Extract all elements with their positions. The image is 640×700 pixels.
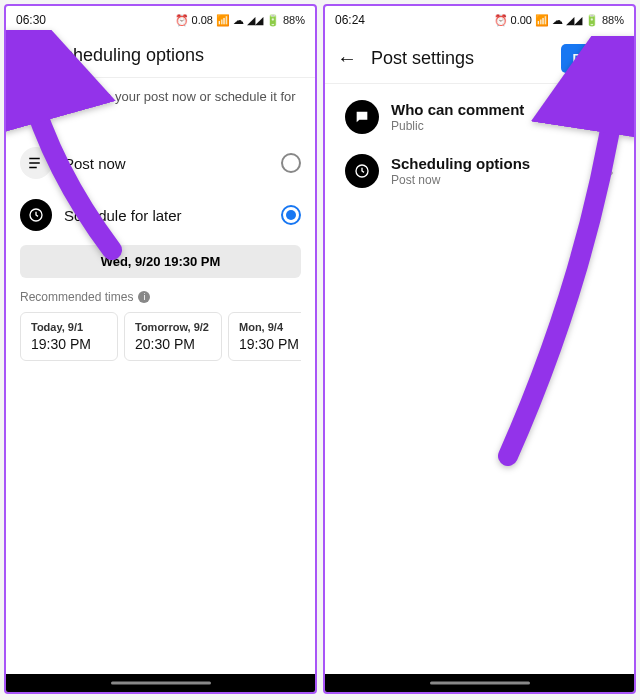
vowifi-icon: ☁ — [233, 14, 244, 27]
status-time: 06:24 — [335, 13, 365, 27]
battery-icon: 🔋 — [585, 14, 599, 27]
battery-pct: 88% — [283, 14, 305, 26]
recommended-times-row: Today, 9/1 19:30 PM Tomorrow, 9/2 20:30 … — [20, 312, 301, 361]
recommended-header: Recommended times i — [20, 290, 301, 304]
recommended-card[interactable]: Mon, 9/4 19:30 PM — [228, 312, 301, 361]
alarm-icon: ⏰ — [494, 14, 508, 27]
option-post-now[interactable]: Post now — [20, 137, 301, 189]
setting-scheduling-options[interactable]: Scheduling options Post now › — [339, 144, 620, 198]
recommended-card[interactable]: Today, 9/1 19:30 PM — [20, 312, 118, 361]
rec-day: Tomorrow, 9/2 — [135, 321, 211, 333]
rec-time: 20:30 PM — [135, 336, 211, 352]
status-time: 06:30 — [16, 13, 46, 27]
schedule-later-label: Schedule for later — [64, 207, 269, 224]
back-button[interactable]: ← — [18, 44, 38, 67]
phone-right: 06:24 ⏰ 0.00 📶 ☁ ◢◢ 🔋 88% ← Post setting… — [323, 4, 636, 694]
nav-bar — [325, 674, 634, 692]
phone-left: 06:30 ⏰ 0.08 📶 ☁ ◢◢ 🔋 88% ← Scheduling o… — [4, 4, 317, 694]
status-bar: 06:30 ⏰ 0.08 📶 ☁ ◢◢ 🔋 88% — [6, 6, 315, 34]
setting-title: Who can comment — [391, 101, 595, 118]
battery-pct: 88% — [602, 14, 624, 26]
chevron-right-icon: › — [607, 160, 614, 183]
status-icons: ⏰ 0.08 📶 ☁ ◢◢ 🔋 88% — [175, 14, 305, 27]
content-area: Who can comment Public › Scheduling opti… — [325, 84, 634, 692]
rec-day: Today, 9/1 — [31, 321, 107, 333]
status-bar: 06:24 ⏰ 0.00 📶 ☁ ◢◢ 🔋 88% — [325, 6, 634, 34]
wifi-icon: 📶 — [216, 14, 230, 27]
radio-selected[interactable] — [281, 205, 301, 225]
data-rate: 0.08 — [192, 14, 213, 26]
chevron-right-icon: › — [607, 106, 614, 129]
signal-icon: ◢◢ — [566, 14, 582, 27]
comment-icon — [345, 100, 379, 134]
scheduled-datetime[interactable]: Wed, 9/20 19:30 PM — [20, 245, 301, 278]
radio-unselected[interactable] — [281, 153, 301, 173]
setting-title: Scheduling options — [391, 155, 595, 172]
content-area: You can publish your post now or schedul… — [6, 78, 315, 692]
setting-who-can-comment[interactable]: Who can comment Public › — [339, 90, 620, 144]
status-icons: ⏰ 0.00 📶 ☁ ◢◢ 🔋 88% — [494, 14, 624, 27]
data-rate: 0.00 — [511, 14, 532, 26]
rec-day: Mon, 9/4 — [239, 321, 301, 333]
option-schedule-later[interactable]: Schedule for later — [20, 189, 301, 241]
post-now-icon — [20, 147, 52, 179]
clock-icon — [20, 199, 52, 231]
post-button[interactable]: POST — [561, 44, 622, 73]
setting-sub: Post now — [391, 173, 595, 187]
vowifi-icon: ☁ — [552, 14, 563, 27]
info-icon[interactable]: i — [138, 291, 150, 303]
app-bar: ← Post settings POST — [325, 34, 634, 84]
setting-sub: Public — [391, 119, 595, 133]
recommended-label: Recommended times — [20, 290, 133, 304]
back-button[interactable]: ← — [337, 47, 357, 70]
alarm-icon: ⏰ — [175, 14, 189, 27]
page-title: Scheduling options — [52, 45, 303, 66]
post-now-label: Post now — [64, 155, 269, 172]
nav-bar — [6, 674, 315, 692]
battery-icon: 🔋 — [266, 14, 280, 27]
subtitle-text: You can publish your post now or schedul… — [20, 88, 301, 123]
recommended-card[interactable]: Tomorrow, 9/2 20:30 PM — [124, 312, 222, 361]
wifi-icon: 📶 — [535, 14, 549, 27]
rec-time: 19:30 PM — [239, 336, 301, 352]
app-bar: ← Scheduling options — [6, 34, 315, 78]
signal-icon: ◢◢ — [247, 14, 263, 27]
rec-time: 19:30 PM — [31, 336, 107, 352]
page-title: Post settings — [371, 48, 547, 69]
clock-icon — [345, 154, 379, 188]
